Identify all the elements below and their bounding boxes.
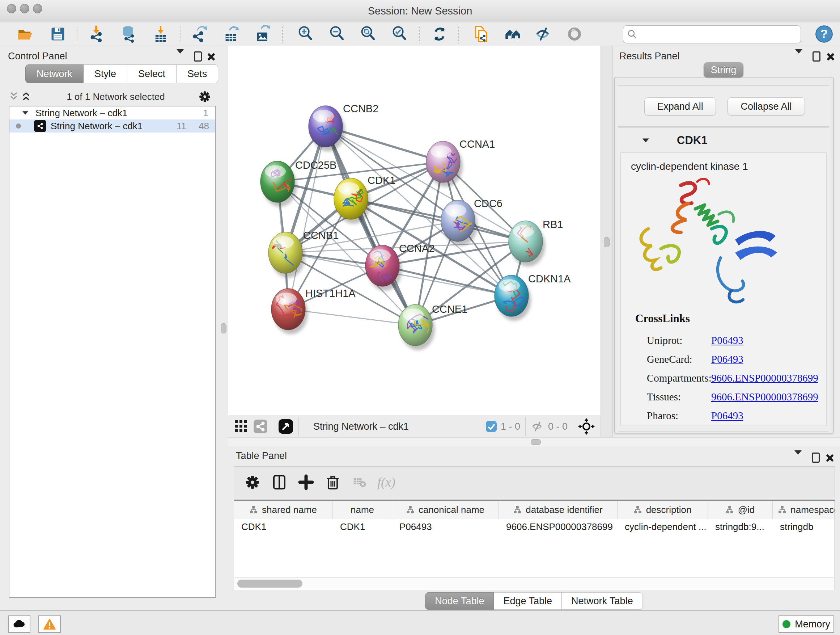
- selected-checkbox-icon[interactable]: [485, 421, 497, 432]
- function-builder-button[interactable]: f(x): [373, 470, 400, 494]
- clone-network-button[interactable]: [472, 25, 491, 43]
- tab-style[interactable]: Style: [84, 65, 127, 83]
- node-CDC25B[interactable]: CDC25B: [261, 159, 336, 207]
- export-table-button[interactable]: [222, 25, 241, 43]
- crosslink-compartments[interactable]: 9606.ENSP00000378699: [711, 372, 818, 384]
- string-network-badge-icon: [34, 120, 46, 132]
- collapse-all-button[interactable]: Collapse All: [728, 97, 805, 116]
- zoom-out-button[interactable]: [328, 25, 347, 43]
- crosslink-row: GeneCard:P06493: [647, 350, 821, 369]
- search-input[interactable]: [641, 29, 801, 40]
- tab-network[interactable]: Network: [25, 65, 84, 83]
- results-panel-float-button[interactable]: [795, 54, 802, 60]
- warnings-button[interactable]: [38, 616, 61, 633]
- cdk1-entry-header[interactable]: CDK1: [618, 130, 829, 151]
- table-horizontal-scrollbar[interactable]: [234, 578, 834, 589]
- import-network-database-button[interactable]: [119, 25, 138, 43]
- node-CDKN1A[interactable]: CDKN1A: [485, 273, 571, 321]
- entry-name: CDK1: [677, 134, 707, 147]
- scrollbar-thumb[interactable]: [237, 580, 302, 587]
- network-row-selected[interactable]: String Network – cdk1 11 48: [9, 119, 215, 133]
- column-header-database-identifier[interactable]: database identifier: [499, 501, 617, 519]
- save-session-button[interactable]: [49, 25, 67, 43]
- show-column-button[interactable]: [266, 470, 293, 494]
- collection-label: String Network – cdk1: [35, 108, 127, 119]
- node-CDK1[interactable]: CDK1: [334, 174, 395, 224]
- column-header-shared-name[interactable]: shared name: [234, 501, 333, 519]
- tab-network-table[interactable]: Network Table: [562, 592, 643, 610]
- tab-sets[interactable]: Sets: [177, 65, 218, 83]
- table-panel-maximize-button[interactable]: [812, 453, 820, 463]
- zoom-selected-button[interactable]: [390, 25, 409, 43]
- column-header-namespace[interactable]: namespace: [773, 501, 835, 519]
- zoom-fit-button[interactable]: [359, 25, 378, 43]
- crosslink-genecard[interactable]: P06493: [711, 353, 744, 365]
- collapse-entry-icon[interactable]: [643, 139, 649, 143]
- export-network-button[interactable]: [190, 25, 209, 43]
- tab-edge-table[interactable]: Edge Table: [494, 592, 562, 610]
- control-panel-float-button[interactable]: [177, 54, 184, 60]
- results-panel-maximize-button[interactable]: [813, 51, 821, 62]
- create-column-button[interactable]: [293, 470, 319, 494]
- network-options-gear-icon[interactable]: [198, 90, 211, 103]
- collapse-all-networks-icon[interactable]: [9, 91, 21, 102]
- memory-button[interactable]: Memory: [778, 616, 834, 633]
- edge-CCNB2-HIST1H1A[interactable]: [288, 126, 325, 309]
- grid-view-icon[interactable]: [234, 420, 248, 433]
- horizontal-splitter-handle[interactable]: [531, 439, 541, 445]
- cell-description: cyclin-dependent ...: [617, 521, 708, 532]
- delete-table-button[interactable]: [346, 470, 373, 494]
- node-CDC6[interactable]: CDC6: [441, 198, 502, 246]
- expand-all-button[interactable]: Expand All: [644, 97, 716, 116]
- help-button[interactable]: ?: [815, 25, 834, 43]
- crosslink-uniprot[interactable]: P06493: [711, 334, 744, 347]
- table-options-button[interactable]: [239, 470, 266, 494]
- status-bar: Memory: [0, 610, 840, 635]
- left-splitter-handle[interactable]: [221, 323, 226, 333]
- crosslink-label: Compartments:: [647, 372, 711, 384]
- column-header-name[interactable]: name: [333, 501, 392, 519]
- delete-table-icon: [352, 475, 367, 489]
- delete-column-button[interactable]: [319, 470, 346, 494]
- crosslink-pharos[interactable]: P06493: [711, 410, 744, 422]
- crosslink-tissues[interactable]: 9606.ENSP00000378699: [711, 391, 818, 403]
- table-row[interactable]: CDK1CDK1P064939606.ENSP00000378699cyclin…: [234, 519, 835, 534]
- column-header-id[interactable]: @id: [708, 501, 773, 519]
- tab-select[interactable]: Select: [127, 65, 177, 83]
- expand-all-networks-icon[interactable]: [21, 91, 33, 102]
- node-RB1[interactable]: RB1: [500, 217, 563, 267]
- share-view-icon[interactable]: [253, 419, 268, 434]
- svg-text:?: ?: [821, 27, 828, 41]
- node-label-CCNB2: CCNB2: [343, 103, 378, 114]
- node-CCNA2[interactable]: CCNA2: [365, 242, 434, 291]
- tab-node-table[interactable]: Node Table: [425, 592, 494, 610]
- fit-content-crosshair-icon[interactable]: [578, 418, 595, 435]
- hide-graphics-button[interactable]: [534, 25, 553, 43]
- table-header-row: shared namenamecanonical namedatabase id…: [234, 501, 835, 519]
- node-CCNB1[interactable]: CCNB1: [264, 230, 339, 278]
- network-canvas[interactable]: CCNB2CCNA1CDC25BCDK1CDC6RB1CCNB1CCNA2HIS…: [228, 46, 600, 415]
- node-CCNB2[interactable]: CCNB2: [309, 103, 378, 151]
- open-file-button[interactable]: [16, 25, 35, 43]
- column-header-description[interactable]: description: [617, 501, 708, 519]
- birdseye-view-icon[interactable]: [278, 419, 294, 434]
- node-HIST1H1A[interactable]: HIST1H1A: [271, 287, 355, 334]
- table-panel-float-button[interactable]: [794, 455, 802, 461]
- cloud-status-button[interactable]: [8, 616, 30, 633]
- network-collection-row[interactable]: String Network – cdk1 1: [9, 106, 215, 119]
- refresh-button[interactable]: [430, 25, 449, 43]
- tab-string[interactable]: String: [704, 62, 744, 78]
- import-network-file-button[interactable]: [88, 25, 106, 43]
- zoom-in-button[interactable]: [296, 25, 315, 43]
- zoom-in-icon: [297, 25, 314, 43]
- node-CCNE1[interactable]: CCNE1: [398, 303, 467, 350]
- control-panel-maximize-button[interactable]: [194, 51, 202, 62]
- column-header-canonical-name[interactable]: canonical name: [392, 501, 499, 519]
- import-table-button[interactable]: [151, 25, 170, 43]
- right-splitter-handle[interactable]: [604, 237, 609, 247]
- hidden-elements-icon[interactable]: [531, 420, 545, 432]
- export-image-button[interactable]: [254, 25, 272, 43]
- houses-icon: [504, 25, 522, 43]
- graphics-details-button[interactable]: [565, 25, 584, 43]
- home-button[interactable]: [504, 25, 523, 43]
